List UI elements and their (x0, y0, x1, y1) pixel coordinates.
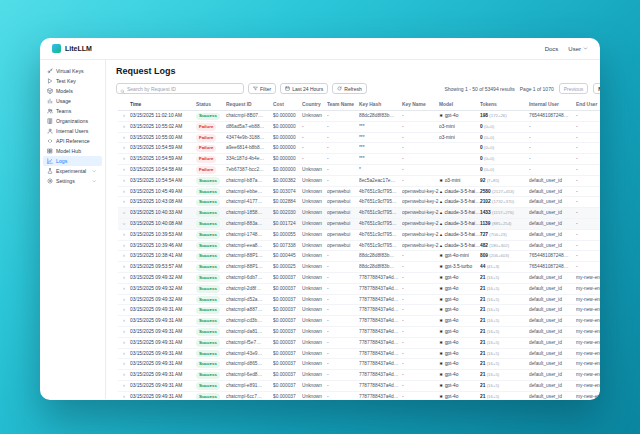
table-row[interactable]: ›03/15/2025 10:55:00 AMFailure43474e9b-3… (118, 132, 600, 143)
tokens-detail: (16+5) (487, 318, 500, 323)
end-user-cell: my-new-end-user-1 (576, 326, 600, 337)
table-row[interactable]: ›03/15/2025 10:54:58 AMFailure7eb67387-b… (118, 164, 600, 175)
table-row[interactable]: ›03/15/2025 10:55:02 AMFailured86ad5a7-e… (118, 121, 600, 132)
expand-chevron-icon[interactable]: › (123, 338, 125, 348)
expand-chevron-icon[interactable]: › (123, 143, 125, 153)
expand-chevron-icon[interactable]: › (123, 349, 125, 359)
expand-cell: › (118, 197, 130, 208)
refresh-button[interactable]: Refresh (332, 83, 367, 94)
expand-chevron-icon[interactable]: › (123, 187, 125, 197)
expand-chevron-icon[interactable]: › (123, 122, 125, 132)
expand-chevron-icon[interactable]: › (123, 251, 125, 261)
table-row[interactable]: ›03/15/2025 09:49:31 AMSuccesschatcmpl-6… (118, 370, 600, 381)
sidebar-item-usage[interactable]: Usage (43, 96, 102, 106)
time-range-button[interactable]: Last 24 Hours (280, 83, 328, 94)
sidebar-item-settings[interactable]: Settings (43, 176, 102, 186)
table-row[interactable]: ›03/15/2025 09:49:31 AMSuccesschatcmpl-d… (118, 326, 600, 337)
key-hash-cell: 7787788437a4d… (359, 359, 402, 370)
expand-chevron-icon[interactable]: › (123, 154, 125, 164)
expand-chevron-icon[interactable]: › (123, 359, 125, 369)
tokens-cell: 1433 (1157+276) (480, 208, 529, 219)
table-row[interactable]: ›03/15/2025 10:54:54 AMSuccesschatcmpl-b… (118, 175, 600, 186)
expand-chevron-icon[interactable]: › (123, 284, 125, 294)
column-header-time: Time (130, 99, 196, 111)
expand-chevron-icon[interactable]: › (119, 223, 129, 225)
sidebar-item-label: Experimental (56, 168, 86, 174)
expand-chevron-icon[interactable]: › (123, 133, 125, 143)
expand-chevron-icon[interactable]: › (123, 230, 125, 240)
gear-icon (47, 178, 53, 184)
expand-chevron-icon[interactable]: › (123, 241, 125, 251)
sidebar-item-api-reference[interactable]: API Reference (43, 136, 102, 146)
docs-link[interactable]: Docs (545, 46, 559, 52)
openai-logo-icon (439, 327, 443, 337)
expand-chevron-icon[interactable]: › (123, 305, 125, 315)
model-cell: gpt-4o (439, 337, 480, 348)
table-row[interactable]: ›03/15/2025 10:43:08 AMSuccesschatcmpl-4… (118, 197, 600, 208)
table-row[interactable]: ›03/15/2025 09:49:31 AMSuccesschatcmpl-e… (118, 380, 600, 391)
search-input[interactable] (127, 86, 240, 92)
request-id-cell: 7eb67387-bcc2… (226, 164, 273, 175)
table-row[interactable]: ›03/15/2025 09:49:32 AMSuccesschatcmpl-d… (118, 294, 600, 305)
expand-chevron-icon[interactable]: › (123, 262, 125, 272)
table-row[interactable]: ›03/15/2025 09:49:31 AMSuccesschatcmpl-a… (118, 305, 600, 316)
table-row[interactable]: ›03/15/2025 09:49:31 AMSuccesschatcmpl-4… (118, 348, 600, 359)
sidebar-item-logs[interactable]: Logs (43, 156, 102, 166)
user-menu[interactable]: User (568, 46, 588, 52)
previous-page-button[interactable]: Previous (559, 83, 588, 94)
sidebar-item-internal-users[interactable]: Internal Users (43, 126, 102, 136)
key-hash-cell: 4b7651c9cf795… (359, 208, 402, 219)
expand-chevron-icon[interactable]: › (123, 111, 125, 121)
column-header-key-name: Key Name (402, 99, 439, 111)
table-row[interactable]: ›03/15/2025 09:49:32 AMSuccesschatcmpl-6… (118, 272, 600, 283)
brand-name: LiteLLM (65, 45, 92, 52)
expand-chevron-icon[interactable]: › (123, 392, 125, 399)
table-row[interactable]: ›03/15/2025 09:49:32 AMSuccesschatcmpl-2… (118, 283, 600, 294)
sidebar-item-label: Logs (56, 158, 67, 164)
sidebar-item-test-key[interactable]: Test Key (43, 76, 102, 86)
country-cell: Unknown (302, 272, 327, 283)
expand-chevron-icon[interactable]: › (123, 273, 125, 283)
internal-user-cell: default_user_id (529, 326, 576, 337)
sidebar-item-experimental[interactable]: Experimental (43, 166, 102, 176)
table-row[interactable]: ›03/15/2025 10:54:59 AMFailurea9ee6814-b… (118, 143, 600, 154)
table-row[interactable]: ›03/15/2025 09:49:31 AMSuccesschatcmpl-d… (118, 359, 600, 370)
table-row[interactable]: ›03/15/2025 10:40:33 AMSuccesschatcmpl-1… (118, 208, 600, 219)
table-row[interactable]: ›03/15/2025 10:40:08 AMSuccesschatcmpl-8… (118, 218, 600, 229)
expand-chevron-icon[interactable]: › (123, 295, 125, 305)
table-row[interactable]: ›03/15/2025 10:39:53 AMSuccesschatcmpl-1… (118, 229, 600, 240)
expand-chevron-icon[interactable]: › (123, 316, 125, 326)
calendar-icon (285, 86, 290, 92)
table-row[interactable]: ›03/15/2025 09:53:57 AMSuccesschatcmpl-8… (118, 262, 600, 273)
filter-button[interactable]: Filter (248, 83, 276, 94)
key-name-cell: - (402, 391, 439, 399)
table-row[interactable]: ›03/15/2025 10:38:41 AMSuccesschatcmpl-8… (118, 251, 600, 262)
expand-chevron-icon[interactable]: › (119, 212, 129, 214)
expand-chevron-icon[interactable]: › (123, 165, 125, 175)
sidebar-item-organizations[interactable]: Organizations (43, 116, 102, 126)
country-cell: Unknown (302, 164, 327, 175)
expand-chevron-icon[interactable]: › (123, 370, 125, 380)
cost-cell: $0.000000 (273, 154, 302, 165)
expand-chevron-icon[interactable]: › (123, 197, 125, 207)
expand-chevron-icon[interactable]: › (123, 381, 125, 391)
sidebar-item-models[interactable]: Models (43, 86, 102, 96)
end-user-cell: - (576, 240, 600, 251)
sidebar-item-teams[interactable]: Teams (43, 106, 102, 116)
table-row[interactable]: ›03/15/2025 10:54:59 AMFailure334c187d-4… (118, 154, 600, 165)
sidebar-item-model-hub[interactable]: Model Hub (43, 146, 102, 156)
table-row[interactable]: ›03/15/2025 11:02:10 AMSuccesschatcmpl-8… (118, 111, 600, 122)
table-row[interactable]: ›03/15/2025 10:45:49 AMSuccesschatcmpl-e… (118, 186, 600, 197)
table-row[interactable]: ›03/15/2025 10:39:46 AMSuccesschatcmpl-e… (118, 240, 600, 251)
tokens-detail: (16+5) (487, 297, 500, 302)
table-row[interactable]: ›03/15/2025 09:49:31 AMSuccesschatcmpl-6… (118, 391, 600, 399)
expand-chevron-icon[interactable]: › (123, 176, 125, 186)
table-row[interactable]: ›03/15/2025 09:49:31 AMSuccesschatcmpl-c… (118, 316, 600, 327)
tokens-detail: (16+5) (487, 372, 500, 377)
internal-user-cell: default_user_id (529, 218, 576, 229)
table-row[interactable]: ›03/15/2025 09:49:31 AMSuccesschatcmpl-f… (118, 337, 600, 348)
expand-chevron-icon[interactable]: › (123, 327, 125, 337)
next-page-button[interactable]: Next (593, 83, 600, 94)
status-badge: Failure (196, 123, 216, 130)
sidebar-item-virtual-keys[interactable]: Virtual Keys (43, 66, 102, 76)
